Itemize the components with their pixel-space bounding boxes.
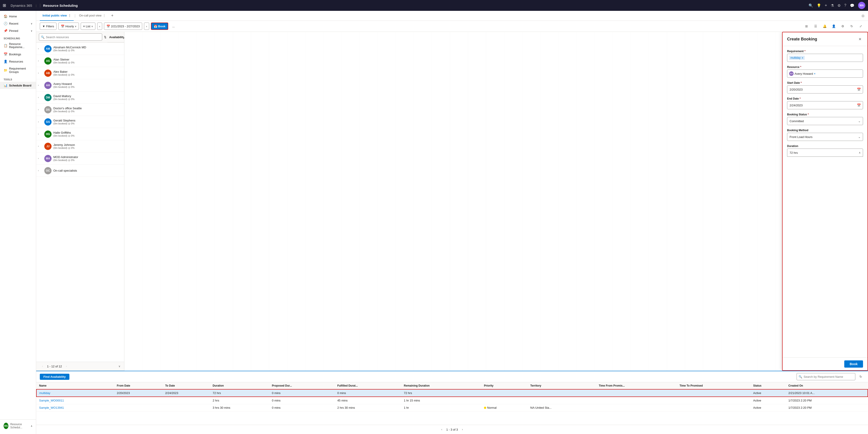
expand-icon[interactable]: › [38,60,42,62]
sidebar-item-recent[interactable]: 🕐 Recent ∨ [0,20,36,27]
expand-icon[interactable]: › [38,157,42,160]
req-prev-page-button[interactable]: ‹ [439,427,444,432]
filters-button[interactable]: ▼ Filters [40,23,57,30]
req-name-link[interactable]: Sample_WO00011 [39,399,64,402]
toolbar-layout-icon[interactable]: ⊞ [803,23,810,30]
expand-icon[interactable]: › [38,169,42,172]
tab-on-call-pool-view[interactable]: On-call pool view ⋮ [76,11,108,21]
col-header-availability[interactable]: Availability ∨ [107,35,124,39]
expand-icon[interactable]: › [38,72,42,74]
toolbar-notifications-icon[interactable]: 🔔 [821,23,828,30]
th-fulfilled-dur[interactable]: Fulfilled Durat... [335,382,401,389]
expand-icon[interactable]: › [38,133,42,135]
table-row[interactable]: multiday 2/20/2023 2/24/2023 72 hrs 0 mi… [36,389,868,397]
add-tab-button[interactable]: + [109,13,116,19]
sidebar-item-resources[interactable]: 👤 Resources [0,58,36,65]
toolbar-expand-icon[interactable]: ⤢ [857,23,864,30]
user-avatar[interactable]: MA [858,2,865,9]
cortana-icon[interactable]: 💡 [817,3,821,8]
sidebar-footer-item[interactable]: RS Resource Schedul... ∧ [0,421,36,430]
tab-on-call-menu-icon[interactable]: ⋮ [103,14,105,17]
th-duration[interactable]: Duration [210,382,269,389]
resource-tag-input[interactable]: AH Avery Howard ✕ [787,70,863,78]
toolbar-settings-icon[interactable]: ⚙ [839,23,846,30]
toolbar-person-icon[interactable]: 👤 [830,23,837,30]
toolbar-list-icon[interactable]: ☰ [812,23,819,30]
sidebar-item-requirement-groups[interactable]: 📁 Requirement Groups [0,65,36,75]
sidebar-item-resource-requirements[interactable]: 📋 Resource Requireme... [0,41,36,51]
find-availability-button[interactable]: Find Availability [40,374,69,380]
duration-input[interactable] [787,148,863,157]
expand-icon[interactable]: › [38,84,42,87]
table-row[interactable]: Sample_WO00011 2 hrs 0 mins 45 mins 1 hr… [36,397,868,404]
table-row[interactable]: Sample_WO13941 3 hrs 30 mins 0 mins 2 hr… [36,404,868,411]
sidebar-item-schedule-board[interactable]: 📊 Schedule Board [0,82,36,89]
requirement-tag-input[interactable]: multiday ✕ [787,54,863,62]
table-row[interactable]: › MA MOD Administrator (0m booked) ◎ 0% [36,153,124,165]
th-status[interactable]: Status [750,382,786,389]
chat-icon[interactable]: 💬 [850,3,855,8]
sidebar-item-home[interactable]: 🏠 Home [0,13,36,20]
table-row[interactable]: › HG Halle Griffiths (0m booked) ◎ 0% [36,128,124,140]
expand-icon[interactable]: › [38,145,42,147]
table-row[interactable]: › DM David Mallory (0m booked) ◎ 0% [36,92,124,104]
sidebar-item-pinned[interactable]: 📌 Pinned ∨ [0,27,36,34]
tab-initial-public-view[interactable]: Initial public view ⋮ [40,11,74,21]
prev-page-button[interactable]: ‹ [40,364,45,369]
resource-tag-remove[interactable]: ✕ [814,72,815,75]
req-name-link[interactable]: multiday [39,391,50,395]
req-next-page-button[interactable]: › [460,427,465,432]
booking-panel-close-button[interactable]: ✕ [857,36,863,42]
end-date-input[interactable] [787,101,863,109]
toolbar-refresh-icon[interactable]: ↻ [848,23,855,30]
table-row[interactable]: › AB Alex Baker (0m booked) ◎ 0% [36,67,124,79]
help-icon[interactable]: ? [844,3,846,7]
th-name[interactable]: Name [36,382,114,389]
th-time-to[interactable]: Time To Promised [677,382,750,389]
requirement-tag-remove[interactable]: ✕ [802,57,803,59]
hourly-view-button[interactable]: 📅 Hourly ∨ [58,23,79,30]
next-date-button[interactable]: › [144,23,149,30]
start-date-input[interactable] [787,86,863,94]
expand-icon[interactable]: › [38,108,42,111]
booking-method-select[interactable]: Front Load Hours Evenly Distribute Hours… [787,133,863,141]
tab-menu-icon[interactable]: ⋮ [68,14,71,17]
sidebar-item-bookings[interactable]: 📅 Bookings [0,51,36,58]
duration-expand-icon[interactable]: ∧ [859,151,861,154]
expand-icon[interactable]: › [38,96,42,99]
th-to-date[interactable]: To Date [162,382,210,389]
next-page-button[interactable]: › [64,364,69,369]
th-priority[interactable]: Priority [481,382,528,389]
th-from-date[interactable]: From Date [114,382,162,389]
waffle-icon[interactable]: ⊞ [3,3,6,8]
book-button[interactable]: 📅 Book [151,23,168,30]
table-row[interactable]: › DS Doctor's office Seattle (0m booked)… [36,104,124,116]
req-search-input[interactable] [804,375,853,378]
table-row[interactable]: › AM Abraham McCormick MD (0m booked) ◎ … [36,43,124,55]
calendar-icon[interactable]: 📅 [857,88,861,91]
list-view-button[interactable]: ≡ List ∨ [81,23,95,30]
th-proposed-dur[interactable]: Proposed Dur... [269,382,335,389]
search-icon[interactable]: 🔍 [809,3,813,8]
sort-icon[interactable]: ⇅ [104,35,106,39]
table-row[interactable]: › AS Alan Steiner (0m booked) ◎ 0% [36,55,124,67]
req-search-box[interactable]: 🔍 [797,373,855,380]
book-submit-button[interactable]: Book [844,360,863,368]
collapse-button[interactable]: ∨ [119,365,121,368]
table-row[interactable]: › OC On-call specialists [36,165,124,177]
more-button[interactable]: ... [170,23,177,30]
expand-icon[interactable]: › [38,47,42,50]
add-icon[interactable]: + [825,3,827,8]
th-remaining-dur[interactable]: Remaining Duration [401,382,481,389]
calendar-icon[interactable]: 📅 [857,103,861,107]
table-row[interactable]: › GS Gerald Stephens (0m booked) ◎ 0% [36,116,124,128]
filter-icon[interactable]: ⚗ [831,3,834,8]
date-range-button[interactable]: 📅 2/21/2023 - 2/27/2023 [104,23,142,30]
th-territory[interactable]: Territory [528,382,596,389]
expand-icon[interactable]: › [38,121,42,123]
screen-icon[interactable]: ⊡ [862,14,864,18]
table-row[interactable]: › JJ Jeremy Johnson (0m booked) ◎ 0% [36,140,124,153]
booking-status-select[interactable]: Committed Tentative Canceled Hard Propos… [787,117,863,125]
table-row[interactable]: › AH Avery Howard (0m booked) ◎ 0% [36,79,124,92]
settings-icon[interactable]: ⚙ [837,3,841,8]
